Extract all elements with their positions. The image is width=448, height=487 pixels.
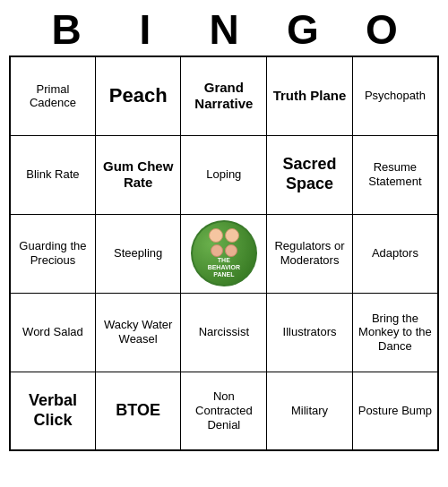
letter-g: G — [263, 5, 342, 54]
behavior-panel-logo: THEBEHAVIORPANEL — [191, 220, 257, 286]
table-row: Blink Rate Gum Chew Rate Loping Sacred S… — [10, 135, 438, 214]
cell-0-1: Peach — [95, 56, 181, 135]
table-row: Verbal Click BTOE Non Contracted Denial … — [10, 372, 438, 450]
cell-0-3: Truth Plane — [267, 56, 353, 135]
cell-0-2: Grand Narrative — [181, 56, 267, 135]
letter-n: N — [185, 5, 263, 54]
cell-4-1: BTOE — [95, 372, 181, 450]
face-icon — [225, 244, 237, 257]
bingo-title: B I N G O — [9, 0, 439, 56]
cell-1-2: Loping — [181, 135, 267, 214]
cell-4-2: Non Contracted Denial — [181, 372, 267, 450]
panel-faces-top — [209, 228, 239, 243]
cell-1-1: Gum Chew Rate — [95, 135, 181, 214]
panel-label: THEBEHAVIORPANEL — [208, 257, 240, 278]
table-row: Word Salad Wacky Water Weasel Narcissist… — [10, 293, 438, 372]
cell-4-0: Verbal Click — [10, 372, 95, 450]
table-row: Guarding the Precious Steepling THEBEHAV… — [10, 214, 438, 293]
cell-4-3: Military — [267, 372, 353, 450]
face-icon — [225, 228, 239, 243]
cell-2-0: Guarding the Precious — [10, 214, 95, 293]
cell-2-4: Adaptors — [352, 214, 438, 293]
cell-3-2: Narcissist — [181, 293, 267, 372]
cell-0-4: Psychopath — [352, 56, 438, 135]
cell-1-3: Sacred Space — [267, 135, 353, 214]
cell-3-0: Word Salad — [10, 293, 95, 372]
cell-3-3: Illustrators — [267, 293, 353, 372]
cell-0-0: Primal Cadence — [10, 56, 95, 135]
panel-faces-bottom — [211, 244, 237, 257]
cell-4-4: Posture Bump — [352, 372, 438, 450]
cell-1-0: Blink Rate — [10, 135, 95, 214]
cell-3-4: Bring the Monkey to the Dance — [352, 293, 438, 372]
table-row: Primal Cadence Peach Grand Narrative Tru… — [10, 56, 438, 135]
cell-2-2: THEBEHAVIORPANEL — [181, 214, 267, 293]
bingo-grid: Primal Cadence Peach Grand Narrative Tru… — [9, 56, 439, 451]
face-icon — [211, 244, 223, 257]
cell-1-4: Resume Statement — [352, 135, 438, 214]
face-icon — [209, 228, 223, 243]
letter-o: O — [342, 5, 421, 54]
cell-2-1: Steepling — [95, 214, 181, 293]
cell-3-1: Wacky Water Weasel — [95, 293, 181, 372]
cell-2-3: Regulators or Moderators — [267, 214, 353, 293]
letter-b: B — [27, 5, 106, 54]
letter-i: I — [106, 5, 185, 54]
